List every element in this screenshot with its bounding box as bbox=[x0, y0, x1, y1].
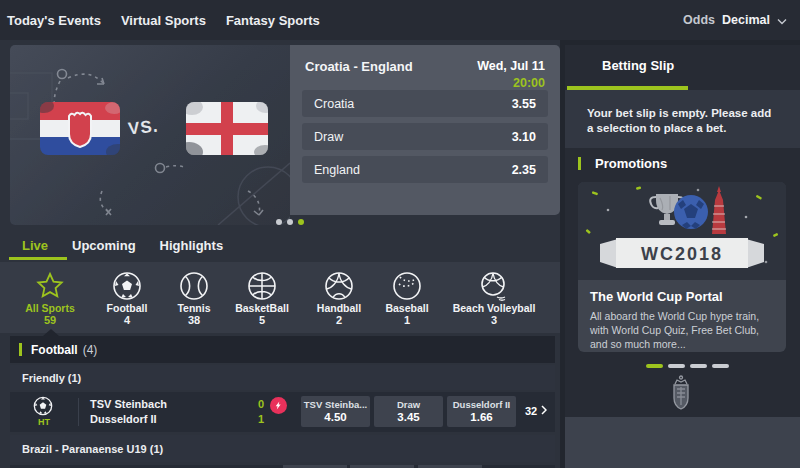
featured-match-panel: Croatia - England Wed, Jul 11 20:00 Croa… bbox=[290, 45, 560, 215]
home-team: TSV Steinbach bbox=[90, 397, 167, 412]
selection-label: England bbox=[314, 163, 360, 177]
promo-card-title: The World Cup Portal bbox=[590, 289, 774, 304]
nav-todays-events[interactable]: Today's Events bbox=[7, 13, 101, 28]
promo-carousel-bar[interactable] bbox=[712, 364, 729, 368]
league-header-friendly[interactable]: Friendly (1) bbox=[10, 365, 555, 390]
promo-carousel-bar-active[interactable] bbox=[646, 364, 663, 368]
promo-carousel-bar[interactable] bbox=[668, 364, 685, 368]
odds-format-dropdown[interactable]: Odds Decimal bbox=[683, 0, 787, 40]
featured-match-date: Wed, Jul 11 bbox=[477, 59, 545, 73]
market-odds: 1.66 bbox=[447, 411, 516, 424]
right-sidebar: Betting Slip Your bet slip is empty. Ple… bbox=[565, 45, 800, 468]
league-header-brazil[interactable]: Brazil - Paranaense U19 (1) bbox=[10, 435, 555, 462]
sport-name: Beach Volleyball bbox=[439, 302, 549, 314]
promo-banner-text: WC2018 bbox=[641, 244, 723, 264]
match-row: HT TSV Steinbach Dusseldorf II 0 1 TSV S… bbox=[10, 392, 555, 432]
betting-slip-empty-message: Your bet slip is empty. Please add a sel… bbox=[565, 90, 800, 148]
accent-bar bbox=[578, 157, 581, 170]
sidebar-bottom-section bbox=[565, 417, 800, 468]
sport-filter-beach-volleyball[interactable]: Beach Volleyball 3 bbox=[439, 269, 549, 327]
nav-virtual-sports[interactable]: Virtual Sports bbox=[121, 13, 206, 28]
divider bbox=[78, 398, 79, 426]
active-tab-underline bbox=[9, 257, 67, 260]
promotions-header[interactable]: Promotions bbox=[565, 148, 800, 178]
crest-logo-icon bbox=[668, 375, 694, 417]
featured-match-banner[interactable]: VS. bbox=[10, 45, 290, 225]
betting-app: Today's Events Virtual Sports Fantasy Sp… bbox=[0, 0, 800, 468]
sport-count: 3 bbox=[439, 314, 549, 327]
market-label: TSV Steinba... bbox=[301, 399, 370, 411]
match-score: 0 1 bbox=[250, 397, 264, 427]
accent-bar bbox=[19, 343, 22, 356]
live-indicator-icon bbox=[270, 397, 287, 414]
section-caret bbox=[43, 329, 59, 336]
football-graphic bbox=[674, 195, 708, 229]
more-markets-link[interactable]: 32 bbox=[525, 405, 547, 417]
featured-match-time: 20:00 bbox=[477, 76, 545, 90]
beach-volleyball-icon bbox=[439, 269, 549, 302]
match-status: HT bbox=[30, 417, 58, 427]
croatia-flag bbox=[34, 99, 130, 160]
match-teams[interactable]: TSV Steinbach Dusseldorf II bbox=[90, 397, 167, 427]
nav-fantasy-sports[interactable]: Fantasy Sports bbox=[226, 13, 320, 28]
featured-selection-home[interactable]: Croatia 3.55 bbox=[302, 90, 548, 117]
carousel-dot[interactable] bbox=[276, 219, 282, 225]
promotion-card[interactable]: WC2018 The World Cup Portal All aboard t… bbox=[578, 182, 786, 352]
football-section-header[interactable]: Football (4) bbox=[10, 336, 555, 363]
promotions-title: Promotions bbox=[595, 156, 667, 171]
away-team: Dusseldorf II bbox=[90, 412, 167, 427]
promo-card-body: All aboard the World Cup hype train, wit… bbox=[590, 309, 774, 351]
england-flag bbox=[175, 99, 276, 162]
top-nav: Today's Events Virtual Sports Fantasy Sp… bbox=[0, 0, 800, 40]
tab-live[interactable]: Live bbox=[22, 238, 48, 253]
selection-odds: 3.10 bbox=[512, 130, 536, 144]
selection-odds: 3.55 bbox=[512, 97, 536, 111]
chevron-down-icon bbox=[777, 11, 787, 29]
selection-label: Draw bbox=[314, 130, 343, 144]
market-button-away[interactable]: Dusseldorf II 1.66 bbox=[447, 396, 516, 427]
section-count: (4) bbox=[83, 343, 98, 357]
odds-format-value: Decimal bbox=[722, 13, 770, 27]
betting-slip-header: Betting Slip bbox=[565, 45, 800, 86]
tab-upcoming[interactable]: Upcoming bbox=[72, 238, 136, 253]
carousel-dots bbox=[276, 219, 304, 225]
market-odds: 4.50 bbox=[301, 411, 370, 424]
section-title: Football bbox=[31, 343, 78, 357]
market-label: Dusseldorf II bbox=[447, 399, 516, 411]
carousel-dot-active[interactable] bbox=[298, 219, 304, 225]
carousel-dot[interactable] bbox=[287, 219, 293, 225]
featured-selection-draw[interactable]: Draw 3.10 bbox=[302, 123, 548, 150]
odds-label: Odds bbox=[683, 13, 715, 27]
tab-highlights[interactable]: Highlights bbox=[160, 238, 224, 253]
featured-selection-away[interactable]: England 2.35 bbox=[302, 156, 548, 183]
featured-match-title: Croatia - England bbox=[305, 59, 413, 90]
market-button-draw[interactable]: Draw 3.45 bbox=[374, 396, 443, 427]
market-label: Draw bbox=[374, 399, 443, 411]
away-score: 1 bbox=[250, 412, 264, 427]
selection-label: Croatia bbox=[314, 97, 354, 111]
promotion-banner-image: WC2018 bbox=[578, 182, 786, 280]
chevron-right-icon bbox=[541, 405, 547, 417]
promo-carousel-bar[interactable] bbox=[690, 364, 707, 368]
selection-odds: 2.35 bbox=[512, 163, 536, 177]
events-tabs: Live Upcoming Highlights bbox=[22, 238, 223, 253]
home-score: 0 bbox=[250, 397, 264, 412]
promo-carousel-bars bbox=[646, 364, 729, 368]
sports-filter-bar: All Sports 59 Football 4 Tennis 38 Baske… bbox=[0, 262, 560, 333]
ribbon-banner: WC2018 bbox=[600, 238, 764, 268]
market-button-home[interactable]: TSV Steinba... 4.50 bbox=[301, 396, 370, 427]
more-markets-count: 32 bbox=[525, 405, 537, 417]
market-odds: 3.45 bbox=[374, 411, 443, 424]
